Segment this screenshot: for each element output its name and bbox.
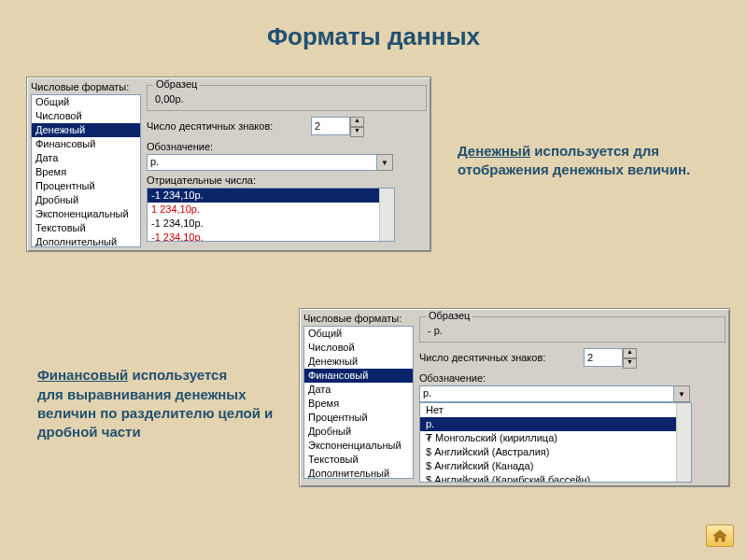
list-item[interactable]: -1 234,10р. bbox=[148, 231, 394, 242]
spin-up-icon[interactable]: ▲ bbox=[623, 348, 637, 358]
symbol-combobox[interactable]: р. ▼ bbox=[419, 385, 690, 402]
decimals-input[interactable] bbox=[584, 348, 623, 367]
sample-legend: Образец bbox=[153, 78, 200, 90]
formats-label: Числовые форматы: bbox=[31, 81, 141, 92]
list-item[interactable]: Финансовый bbox=[32, 137, 140, 151]
decimals-input[interactable] bbox=[311, 117, 350, 135]
list-item[interactable]: Процентный bbox=[304, 411, 413, 425]
page-title: Форматы данных bbox=[0, 22, 747, 51]
spin-down-icon[interactable]: ▼ bbox=[623, 358, 637, 369]
formats-label: Числовые форматы: bbox=[303, 313, 414, 324]
list-item[interactable]: Процентный bbox=[32, 179, 140, 193]
list-item[interactable]: $ Английский (Австралия) bbox=[420, 445, 691, 459]
list-item[interactable]: Финансовый bbox=[304, 369, 413, 383]
scrollbar[interactable] bbox=[379, 189, 394, 241]
list-item[interactable]: Экспоненциальный bbox=[304, 439, 413, 453]
spin-up-icon[interactable]: ▲ bbox=[350, 117, 364, 127]
list-item[interactable]: -1 234,10р. bbox=[148, 189, 394, 203]
symbol-label: Обозначение: bbox=[419, 372, 726, 384]
symbol-combobox[interactable]: р. ▼ bbox=[147, 154, 393, 171]
list-item[interactable]: Числовой bbox=[32, 109, 140, 123]
formats-listbox[interactable]: ОбщийЧисловойДенежныйФинансовыйДатаВремя… bbox=[31, 94, 141, 247]
list-item[interactable]: Дополнительный bbox=[304, 467, 413, 479]
list-item[interactable]: Текстовый bbox=[304, 453, 413, 467]
list-item[interactable]: Дополнительный bbox=[32, 235, 140, 247]
negatives-listbox[interactable]: -1 234,10р.1 234,10р.-1 234,10р.-1 234,1… bbox=[147, 188, 395, 242]
decimals-label: Число десятичных знаков: bbox=[419, 352, 578, 363]
sample-value: 0,00р. bbox=[153, 91, 420, 106]
description-currency: Денежный используется для отображения де… bbox=[458, 142, 728, 180]
list-item[interactable]: Дата bbox=[304, 383, 413, 397]
list-item[interactable]: Дробный bbox=[32, 193, 140, 207]
list-item[interactable]: Экспоненциальный bbox=[32, 207, 140, 221]
list-item[interactable]: Дробный bbox=[304, 425, 413, 439]
list-item[interactable]: р. bbox=[420, 417, 691, 431]
symbol-value[interactable]: р. bbox=[419, 385, 674, 402]
list-item[interactable]: Текстовый bbox=[32, 221, 140, 235]
symbol-value[interactable]: р. bbox=[147, 154, 377, 171]
sample-group: Образец - р. bbox=[419, 316, 726, 343]
list-item[interactable]: Общий bbox=[304, 327, 413, 341]
list-item[interactable]: Денежный bbox=[304, 355, 413, 369]
decimals-label: Число десятичных знаков: bbox=[147, 120, 305, 132]
list-item[interactable]: Денежный bbox=[32, 123, 140, 137]
sample-value: - р. bbox=[426, 323, 719, 338]
list-item[interactable]: Общий bbox=[32, 95, 140, 109]
formats-listbox[interactable]: ОбщийЧисловойДенежныйФинансовыйДатаВремя… bbox=[303, 326, 414, 479]
list-item[interactable]: Нет bbox=[420, 403, 691, 417]
list-item[interactable]: Время bbox=[304, 397, 413, 411]
dialog-currency: Числовые форматы: ОбщийЧисловойДенежныйФ… bbox=[26, 77, 431, 252]
list-item[interactable]: Числовой bbox=[304, 341, 413, 355]
list-item[interactable]: $ Английский (Карибский бассейн) bbox=[420, 473, 691, 483]
list-item[interactable]: -1 234,10р. bbox=[148, 217, 394, 231]
list-item[interactable]: 1 234,10р. bbox=[148, 203, 394, 217]
home-icon[interactable] bbox=[706, 525, 734, 547]
decimals-spinner[interactable]: ▲ ▼ bbox=[311, 117, 364, 137]
decimals-spinner[interactable]: ▲ ▼ bbox=[584, 348, 637, 369]
chevron-down-icon[interactable]: ▼ bbox=[377, 154, 393, 171]
currency-dropdown-list[interactable]: Нетр.₮ Монгольский (кириллица)$ Английск… bbox=[419, 402, 692, 483]
description-financial: Финансовый используется для выравнивания… bbox=[37, 347, 280, 441]
negatives-label: Отрицательные числа: bbox=[147, 175, 427, 186]
sample-group: Образец 0,00р. bbox=[147, 85, 427, 111]
scrollbar[interactable] bbox=[676, 403, 691, 482]
list-item[interactable]: Дата bbox=[32, 151, 140, 165]
dialog-financial: Числовые форматы: ОбщийЧисловойДенежныйФ… bbox=[299, 308, 730, 487]
list-item[interactable]: ₮ Монгольский (кириллица) bbox=[420, 431, 691, 445]
chevron-down-icon[interactable]: ▼ bbox=[674, 385, 690, 402]
sample-legend: Образец bbox=[426, 310, 472, 321]
list-item[interactable]: $ Английский (Канада) bbox=[420, 459, 691, 473]
list-item[interactable]: Время bbox=[32, 165, 140, 179]
symbol-label: Обозначение: bbox=[147, 141, 427, 152]
spin-down-icon[interactable]: ▼ bbox=[350, 127, 364, 137]
